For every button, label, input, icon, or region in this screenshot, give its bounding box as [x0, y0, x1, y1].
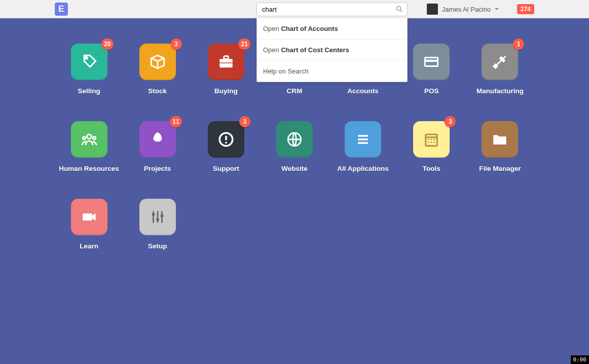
count-badge: 3 [445, 116, 456, 127]
app-logo[interactable]: E [55, 3, 68, 16]
module-tile: 3 [139, 44, 176, 80]
user-name-label: James Al Pacino [442, 6, 491, 13]
module-label: Website [281, 165, 308, 172]
chevron-down-icon [495, 8, 499, 10]
module-tile [482, 121, 518, 158]
search-dropdown: Open Chart of AccountsOpen Chart of Cost… [256, 18, 408, 82]
module-pos[interactable]: POS [401, 44, 461, 95]
module-manufacturing[interactable]: 1Manufacturing [470, 44, 530, 95]
count-badge: 11 [170, 116, 181, 127]
module-label: Stock [148, 87, 167, 95]
module-tile: 20 [71, 44, 107, 80]
module-setup[interactable]: Setup [128, 199, 188, 250]
module-label: Human Resources [59, 165, 119, 172]
search-suggestion[interactable]: Help on Search [257, 60, 407, 82]
globe-icon [286, 131, 303, 148]
search-suggestion[interactable]: Open Chart of Accounts [257, 18, 407, 39]
calendar-icon [423, 131, 440, 148]
folder-icon [491, 131, 508, 148]
module-label: Tools [423, 165, 440, 172]
suggestion-prefix: Open [263, 25, 281, 32]
suggestion-bold: Chart of Cost Centers [281, 46, 349, 54]
suggestion-bold: Chart of Accounts [281, 25, 338, 32]
module-tile: 3 [208, 121, 244, 158]
module-label: CRM [287, 87, 303, 95]
module-label: Support [213, 165, 239, 172]
module-file-manager[interactable]: File Manager [470, 121, 530, 172]
module-tile: 3 [413, 121, 450, 158]
module-label: Learn [80, 242, 98, 250]
module-label: Accounts [347, 87, 379, 95]
box-icon [149, 53, 166, 70]
module-label: Selling [78, 87, 100, 95]
module-tile [71, 199, 107, 235]
module-tools[interactable]: 3Tools [401, 121, 461, 172]
count-badge: 3 [239, 116, 250, 127]
tools-icon [491, 53, 508, 70]
module-tile: 21 [208, 44, 244, 80]
module-all-applications[interactable]: All Applications [333, 121, 393, 172]
rocket-icon [149, 131, 166, 148]
module-label: File Manager [479, 165, 521, 172]
module-label: Manufacturing [476, 87, 524, 95]
module-label: Projects [144, 165, 171, 172]
module-website[interactable]: Website [265, 121, 324, 172]
module-projects[interactable]: 11Projects [128, 121, 188, 172]
sliders-icon [149, 208, 166, 226]
module-tile [71, 121, 107, 158]
module-label: POS [424, 87, 439, 95]
count-badge: 21 [238, 39, 250, 50]
card-icon [423, 53, 440, 70]
alert-icon [217, 131, 235, 148]
module-tile: 11 [139, 121, 176, 158]
search-icon [395, 5, 403, 13]
module-label: Setup [148, 242, 167, 250]
module-tile [413, 44, 450, 80]
module-label: Buying [214, 87, 238, 95]
avatar [427, 4, 438, 15]
module-label: All Applications [337, 165, 389, 172]
menu-icon [354, 131, 372, 148]
module-human-resources[interactable]: Human Resources [59, 121, 119, 172]
count-badge: 1 [513, 39, 524, 50]
module-learn[interactable]: Learn [59, 199, 119, 250]
module-tile [345, 121, 381, 158]
video-icon [81, 208, 98, 226]
briefcase-icon [217, 53, 235, 70]
module-support[interactable]: 3Support [196, 121, 256, 172]
module-stock[interactable]: 3Stock [128, 44, 188, 95]
svg-line-1 [400, 10, 402, 12]
search-suggestion[interactable]: Open Chart of Cost Centers [257, 39, 407, 60]
topbar: E James Al Pacino 274 [0, 0, 589, 18]
module-buying[interactable]: 21Buying [196, 44, 256, 95]
count-badge: 3 [171, 39, 182, 50]
search-input[interactable] [256, 3, 408, 16]
svg-point-0 [397, 7, 401, 11]
module-tile [139, 199, 176, 235]
suggestion-prefix: Help on Search [263, 67, 309, 75]
people-icon [81, 131, 98, 148]
tag-icon [81, 53, 98, 70]
search-wrap [256, 3, 408, 16]
notification-badge[interactable]: 274 [517, 4, 534, 14]
module-tile [276, 121, 313, 158]
module-tile: 1 [482, 44, 518, 80]
suggestion-prefix: Open [263, 46, 281, 54]
user-menu[interactable]: James Al Pacino [427, 4, 499, 15]
count-badge: 20 [101, 39, 113, 50]
topbar-right: James Al Pacino 274 [427, 0, 534, 18]
timer: 0:00 [571, 355, 590, 364]
module-selling[interactable]: 20Selling [59, 44, 119, 95]
